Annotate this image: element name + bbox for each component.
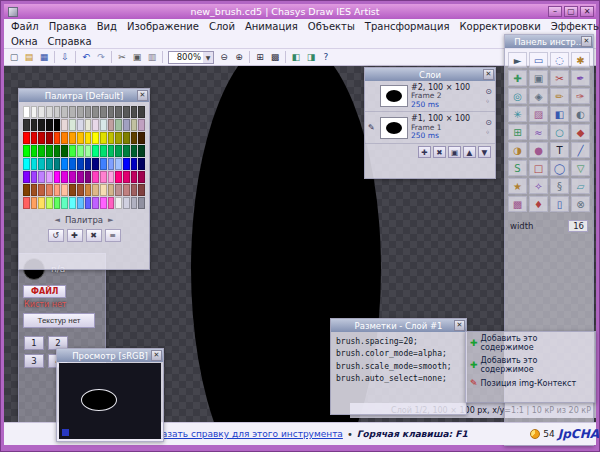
palette-swatch[interactable] (115, 171, 122, 183)
help-link[interactable]: Показать справку для этого инструмента (144, 429, 343, 439)
close-icon[interactable]: ✕ (581, 36, 592, 47)
new-file-icon[interactable]: ▢ (7, 51, 21, 64)
palette-swatch[interactable] (85, 184, 92, 196)
measure-tool-icon[interactable]: ▱ (571, 178, 590, 194)
airbrush-tool-icon[interactable]: ✳ (508, 106, 527, 122)
palette-swatch[interactable] (100, 132, 107, 144)
palette-swatch[interactable] (54, 106, 61, 118)
pan-tool-icon[interactable]: ◈ (529, 88, 548, 104)
palette-swatch[interactable] (61, 119, 68, 131)
palette-swatch[interactable] (23, 119, 30, 131)
close-icon[interactable]: ✕ (454, 320, 465, 331)
add-layer-icon[interactable]: ✚ (418, 146, 431, 158)
pencil-tool-icon[interactable]: ✏ (550, 88, 569, 104)
brush-slot-button[interactable]: 1 (24, 336, 44, 350)
palette-swatch[interactable] (138, 106, 145, 118)
menu-item[interactable]: Правка (44, 21, 92, 32)
palette-swatch[interactable] (85, 158, 92, 170)
palette-swatch[interactable] (108, 145, 115, 157)
palette-swatch[interactable] (108, 171, 115, 183)
palette-swatch[interactable] (46, 106, 53, 118)
palette-swatch[interactable] (100, 106, 107, 118)
ellipse-tool-icon[interactable]: ◯ (550, 160, 569, 176)
palette-add-icon[interactable]: ✚ (67, 229, 83, 242)
palette-swatch[interactable] (46, 184, 53, 196)
palette-swatch[interactable] (131, 119, 138, 131)
palette-swatch[interactable] (108, 197, 115, 209)
rectangle-tool-icon[interactable]: □ (529, 160, 548, 176)
palette-swatch[interactable] (23, 171, 30, 183)
history-item[interactable]: ✚Добавить это содержимое (466, 332, 595, 354)
palette-swatch[interactable] (54, 197, 61, 209)
duplicate-layer-icon[interactable]: ▣ (448, 146, 461, 158)
palette-swatch[interactable] (54, 145, 61, 157)
brush-slot-button[interactable]: 3 (24, 354, 44, 368)
settings-tool-icon[interactable]: ⊗ (571, 196, 590, 212)
star-tool-icon[interactable]: ★ (508, 178, 527, 194)
history-item[interactable]: ✚Добавить это содержимое (466, 354, 595, 376)
dodge-tool-icon[interactable]: ◑ (508, 142, 527, 158)
palette-swatch[interactable] (131, 145, 138, 157)
save-icon[interactable]: ▦ (37, 51, 51, 64)
visibility-eye-icon[interactable]: ⊙ (485, 87, 492, 96)
palette-swatch[interactable] (92, 106, 99, 118)
palette-swatch[interactable] (85, 171, 92, 183)
palette-swatch[interactable] (61, 158, 68, 170)
palette-swatch[interactable] (108, 158, 115, 170)
palette-swatch[interactable] (46, 158, 53, 170)
palette-swatch[interactable] (138, 119, 145, 131)
palette-swatch[interactable] (123, 171, 130, 183)
menu-item[interactable]: Изображение (122, 21, 204, 32)
tools-panel-titlebar[interactable]: Панель инстр... ✕ (505, 35, 593, 48)
palette-swatch[interactable] (23, 132, 30, 144)
palette-delete-icon[interactable]: ✖ (86, 229, 102, 242)
palette-swatch[interactable] (54, 119, 61, 131)
palette-swatch[interactable] (85, 119, 92, 131)
menu-item[interactable]: Слой (204, 21, 240, 32)
flip-vertical-icon[interactable]: ◨ (304, 51, 318, 64)
palette-swatch[interactable] (31, 132, 38, 144)
palette-swatch[interactable] (31, 197, 38, 209)
palette-swatch[interactable] (31, 119, 38, 131)
grid-toggle-icon[interactable]: ⊞ (253, 51, 267, 64)
palette-swatch[interactable] (92, 119, 99, 131)
palette-swatch[interactable] (54, 132, 61, 144)
help-icon[interactable]: ? (319, 51, 333, 64)
palette-swatch[interactable] (100, 171, 107, 183)
lasso-tool-icon[interactable]: ◌ (550, 52, 569, 68)
crop-tool-icon[interactable]: ▣ (529, 70, 548, 86)
move-layer-down-icon[interactable]: ▼ (478, 146, 491, 158)
palette-swatch[interactable] (131, 184, 138, 196)
clone-tool-icon[interactable]: ⊞ (508, 124, 527, 140)
menu-item[interactable]: Анимация (240, 21, 303, 32)
sharpen-tool-icon[interactable]: ◆ (571, 124, 590, 140)
mirror-tool-icon[interactable]: ▯ (550, 196, 569, 212)
palette-swatch[interactable] (69, 158, 76, 170)
paste-icon[interactable]: ▥ (145, 51, 159, 64)
palette-options-icon[interactable]: ≡ (105, 229, 121, 242)
burn-tool-icon[interactable]: ● (529, 142, 548, 158)
cut-icon[interactable]: ✂ (115, 51, 129, 64)
palette-swatch[interactable] (77, 197, 84, 209)
palette-swatch[interactable] (46, 197, 53, 209)
palette-swatch[interactable] (138, 158, 145, 170)
palette-swatch[interactable] (77, 145, 84, 157)
polygon-tool-icon[interactable]: ▽ (571, 160, 590, 176)
palette-swatch[interactable] (123, 106, 130, 118)
palette-swatch[interactable] (54, 158, 61, 170)
menu-item[interactable]: Справка (43, 36, 97, 47)
palette-swatch[interactable] (115, 106, 122, 118)
palette-swatch[interactable] (61, 132, 68, 144)
palette-swatch[interactable] (31, 184, 38, 196)
palette-swatch[interactable] (69, 145, 76, 157)
undo-icon[interactable]: ↶ (79, 51, 93, 64)
chevron-down-icon[interactable]: ▼ (203, 52, 213, 63)
palette-swatch[interactable] (100, 145, 107, 157)
palette-swatch[interactable] (38, 145, 45, 157)
palette-swatch[interactable] (138, 197, 145, 209)
preview-viewport[interactable] (59, 363, 161, 439)
palette-swatch[interactable] (92, 184, 99, 196)
history-item[interactable]: ✎Позиция img-Контекст (466, 376, 595, 390)
palette-swatch[interactable] (100, 119, 107, 131)
palette-swatch[interactable] (46, 171, 53, 183)
